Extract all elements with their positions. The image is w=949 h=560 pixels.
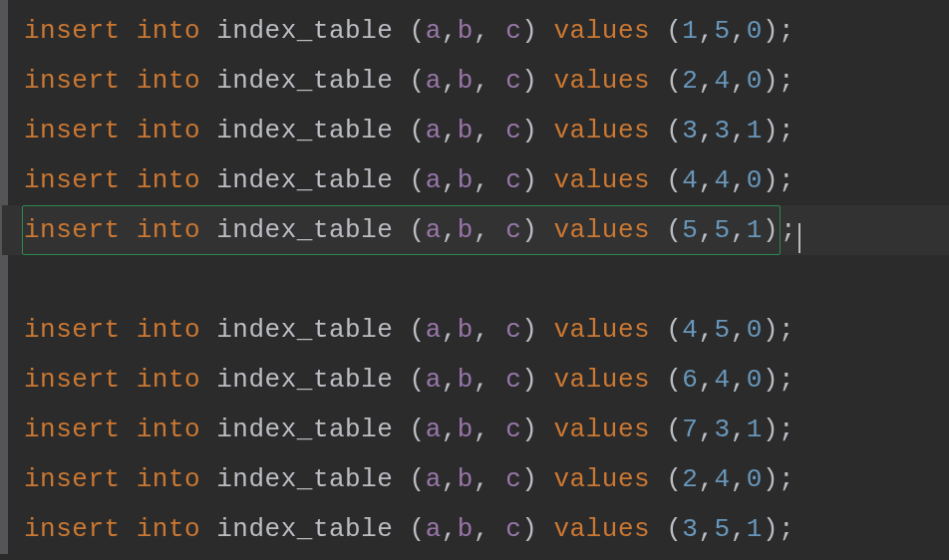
value-2: 5 [715,215,731,245]
value-2: 3 [715,116,731,145]
value-3: 0 [747,16,763,46]
keyword-into: into [137,16,200,46]
code-line[interactable]: insert into index_table (a,b, c) values … [2,6,949,56]
keyword-values: values [554,16,651,46]
code-line-blank[interactable] [2,255,949,305]
table-name: index_table [216,365,393,395]
value-2: 4 [715,365,731,395]
table-name: index_table [216,16,393,46]
value-3: 1 [747,116,763,145]
keyword-insert: insert [24,165,121,195]
column-a: a [426,215,442,245]
code-line[interactable]: insert into index_table (a,b, c) values … [2,454,949,504]
value-2: 4 [715,66,731,96]
keyword-into: into [137,464,200,494]
column-b: b [458,365,474,395]
column-c: c [505,365,521,395]
value-1: 4 [682,315,698,345]
keyword-into: into [137,66,200,96]
column-a: a [426,415,442,444]
value-1: 3 [682,116,698,145]
column-b: b [458,165,474,195]
table-name: index_table [216,315,393,345]
code-line[interactable]: insert into index_table (a,b, c) values … [2,205,949,255]
code-line[interactable]: insert into index_table (a,b, c) values … [2,305,949,355]
column-a: a [426,315,442,345]
column-b: b [458,415,474,444]
column-c: c [505,16,521,46]
keyword-insert: insert [24,66,121,96]
code-line[interactable]: insert into index_table (a,b, c) values … [2,106,949,155]
value-2: 5 [715,315,731,345]
code-editor[interactable]: insert into index_table (a,b, c) values … [0,0,949,554]
value-1: 4 [682,165,698,195]
column-c: c [505,464,521,494]
code-line[interactable]: insert into index_table (a,b, c) values … [2,405,949,454]
column-a: a [426,165,442,195]
column-a: a [426,365,442,395]
semicolon: ; [779,464,794,494]
keyword-values: values [554,315,651,345]
semicolon: ; [779,16,794,46]
column-a: a [426,514,442,544]
keyword-values: values [554,514,651,544]
semicolon: ; [779,165,794,195]
value-3: 0 [747,464,763,494]
value-3: 0 [747,66,763,96]
column-c: c [505,116,521,145]
keyword-into: into [137,215,200,245]
semicolon: ; [779,365,794,395]
table-name: index_table [216,165,393,195]
keyword-insert: insert [24,514,121,544]
keyword-insert: insert [24,365,121,395]
keyword-values: values [554,415,651,444]
keyword-into: into [137,315,200,345]
code-line[interactable]: insert into index_table (a,b, c) values … [2,155,949,205]
column-b: b [458,514,474,544]
value-2: 4 [715,165,731,195]
column-b: b [458,215,474,245]
semicolon: ; [779,66,794,96]
value-3: 1 [747,415,763,444]
value-3: 0 [747,365,763,395]
column-b: b [458,315,474,345]
column-b: b [458,116,474,145]
value-1: 1 [682,16,698,46]
column-c: c [505,66,521,96]
keyword-insert: insert [24,116,121,145]
value-1: 5 [682,215,698,245]
keyword-into: into [137,116,200,145]
keyword-values: values [554,116,651,145]
code-line[interactable]: insert into index_table (a,b, c) values … [2,355,949,405]
keyword-insert: insert [24,215,121,245]
value-3: 0 [747,315,763,345]
keyword-insert: insert [24,16,121,46]
semicolon: ; [781,215,796,245]
value-1: 6 [682,365,698,395]
column-c: c [505,315,521,345]
value-2: 5 [715,16,731,46]
keyword-values: values [554,464,651,494]
code-line[interactable]: insert into index_table (a,b, c) values … [2,56,949,106]
value-2: 3 [715,415,731,444]
table-name: index_table [216,464,393,494]
semicolon: ; [779,415,794,444]
keyword-into: into [137,415,200,444]
table-name: index_table [216,116,393,145]
column-c: c [505,165,521,195]
value-2: 4 [715,464,731,494]
semicolon: ; [779,116,794,145]
column-c: c [505,215,521,245]
keyword-values: values [554,66,651,96]
table-name: index_table [216,415,393,444]
table-name: index_table [216,66,393,96]
table-name: index_table [216,215,393,245]
value-1: 3 [682,514,698,544]
semicolon: ; [779,514,794,544]
keyword-values: values [554,215,651,245]
column-a: a [426,66,442,96]
column-c: c [505,514,521,544]
column-a: a [426,464,442,494]
code-line[interactable]: insert into index_table (a,b, c) values … [2,504,949,554]
value-1: 2 [682,66,698,96]
